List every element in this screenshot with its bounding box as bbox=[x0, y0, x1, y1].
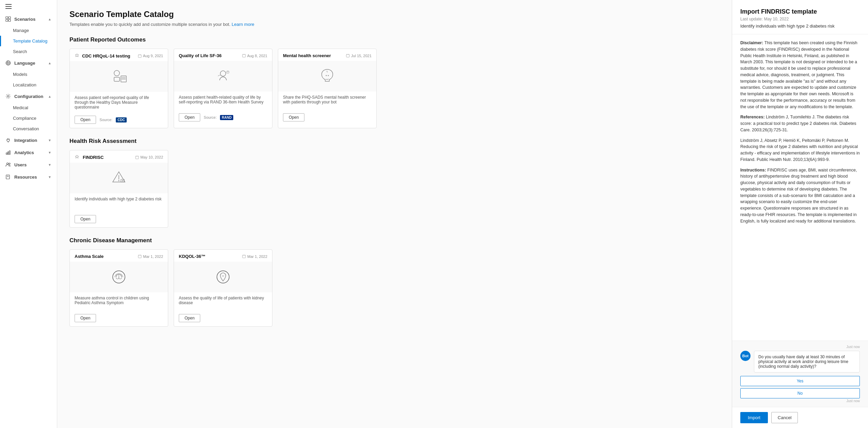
page-subtitle: Templates enable you to quickly add and … bbox=[69, 22, 720, 27]
cdc-hrqol-title: CDC HRQoL-14 testing bbox=[82, 53, 135, 59]
asthma-desc: Measure asthma control in children using… bbox=[70, 292, 168, 311]
svg-rect-26 bbox=[242, 54, 246, 57]
sidebar-item-template-catalog[interactable]: Template Catalog bbox=[0, 36, 57, 46]
scenarios-label: Scenarios bbox=[14, 17, 35, 22]
chat-message: Do you usually have daily at least 30 mi… bbox=[754, 351, 860, 373]
sidebar-item-models[interactable]: Models bbox=[0, 69, 57, 80]
sidebar-item-localization[interactable]: Localization bbox=[0, 80, 57, 90]
configuration-label: Configuration bbox=[14, 94, 43, 99]
sidebar-item-users[interactable]: Users ▼ bbox=[0, 159, 57, 171]
scenarios-chevron: ▲ bbox=[48, 17, 51, 21]
sidebar-item-resources[interactable]: Resources ▼ bbox=[0, 171, 57, 183]
chat-timestamp-top: Just now bbox=[740, 345, 860, 349]
asthma-date: Mar 1, 2022 bbox=[138, 254, 163, 259]
svg-rect-11 bbox=[9, 151, 10, 154]
resources-chevron: ▼ bbox=[48, 175, 51, 179]
sidebar-item-analytics[interactable]: Analytics ▼ bbox=[0, 146, 57, 159]
language-chevron: ▲ bbox=[48, 61, 51, 65]
asthma-open-button[interactable]: Open bbox=[75, 314, 96, 322]
resources-label: Resources bbox=[14, 175, 37, 180]
svg-rect-3 bbox=[9, 19, 11, 21]
chat-area: Just now Bot Do you usually have daily a… bbox=[732, 341, 868, 407]
sidebar-item-conversation[interactable]: Conversation bbox=[0, 124, 57, 134]
svg-point-34 bbox=[326, 75, 327, 76]
sidebar-item-language[interactable]: Language ▲ bbox=[0, 57, 57, 69]
cdc-hrqol-icon bbox=[75, 53, 79, 59]
cdc-hrqol-date: Aug 9, 2021 bbox=[138, 54, 163, 58]
svg-rect-10 bbox=[8, 152, 9, 154]
svg-point-13 bbox=[9, 163, 10, 164]
svg-rect-43 bbox=[138, 255, 141, 258]
findrisc-icon-area bbox=[70, 163, 168, 193]
configuration-chevron: ▲ bbox=[48, 95, 51, 98]
kdqol-open-button[interactable]: Open bbox=[179, 314, 200, 322]
asthma-title: Asthma Scale bbox=[75, 254, 135, 259]
kdqol-icon-area bbox=[174, 262, 272, 292]
chat-yes-button[interactable]: Yes bbox=[740, 376, 860, 386]
sidebar: Scenarios ▲ Manage Template Catalog Sear… bbox=[0, 0, 57, 428]
learn-more-link[interactable]: Learn more bbox=[232, 22, 254, 27]
sidebar-item-manage[interactable]: Manage bbox=[0, 25, 57, 36]
mental-health-footer: Open bbox=[278, 111, 376, 126]
hamburger-icon bbox=[5, 4, 51, 9]
card-cdc-hrqol: CDC HRQoL-14 testing Aug 9, 2021 Assess … bbox=[69, 49, 168, 128]
mental-health-title: Mental health screener bbox=[283, 53, 343, 58]
svg-rect-48 bbox=[242, 255, 246, 258]
mental-health-desc: Share the PHQ-SADS mental health screene… bbox=[278, 92, 376, 111]
cdc-source-badge: CDC bbox=[116, 117, 127, 122]
cdc-hrqol-open-button[interactable]: Open bbox=[75, 116, 96, 124]
sidebar-item-search[interactable]: Search bbox=[0, 46, 57, 57]
page-title: Scenario Template Catalog bbox=[69, 10, 720, 19]
svg-rect-1 bbox=[9, 17, 11, 19]
card-findrisc: FINDRISC May 10, 2022 Identify individua… bbox=[69, 150, 168, 228]
svg-point-12 bbox=[7, 163, 9, 165]
mental-health-icon-area bbox=[278, 61, 376, 92]
right-panel-title: Import FINDRISC template bbox=[740, 8, 860, 15]
asthma-footer: Open bbox=[70, 311, 168, 326]
findrisc-open-button[interactable]: Open bbox=[75, 215, 96, 223]
users-icon bbox=[5, 162, 11, 167]
cdc-hrqol-icon-area bbox=[70, 61, 168, 92]
asthma-icon-area bbox=[70, 262, 168, 292]
cancel-button[interactable]: Cancel bbox=[771, 412, 798, 423]
quality-of-life-title: Quality of Life SF-36 bbox=[179, 53, 239, 58]
globe-icon bbox=[5, 60, 11, 66]
svg-rect-22 bbox=[121, 76, 126, 82]
sidebar-item-medical[interactable]: Medical bbox=[0, 102, 57, 113]
svg-point-29 bbox=[220, 71, 226, 76]
users-label: Users bbox=[14, 162, 27, 167]
chat-timestamp-bottom: Just now bbox=[740, 399, 860, 403]
findrisc-footer: Open bbox=[70, 212, 168, 227]
findrisc-title: FINDRISC bbox=[83, 155, 132, 160]
sidebar-item-configuration[interactable]: Configuration ▲ bbox=[0, 90, 57, 102]
quality-of-life-footer: Open Source: RAND bbox=[174, 111, 272, 126]
cdc-hrqol-footer: Open Source: CDC bbox=[70, 113, 168, 128]
right-panel: Import FINDRISC template Last update: Ma… bbox=[732, 0, 868, 428]
analytics-label: Analytics bbox=[14, 150, 34, 155]
integration-chevron: ▼ bbox=[48, 138, 51, 142]
rand-source-badge: RAND bbox=[220, 115, 233, 120]
svg-rect-0 bbox=[6, 17, 8, 19]
svg-rect-31 bbox=[346, 54, 349, 57]
sidebar-item-integration[interactable]: Integration ▼ bbox=[0, 134, 57, 146]
quality-of-life-date: Aug 8, 2021 bbox=[242, 54, 267, 58]
import-button[interactable]: Import bbox=[740, 412, 768, 423]
right-panel-body: Disclaimer: This template has been creat… bbox=[732, 34, 868, 341]
hamburger-button[interactable] bbox=[0, 0, 57, 13]
sidebar-item-scenarios[interactable]: Scenarios ▲ bbox=[0, 13, 57, 25]
svg-point-35 bbox=[328, 75, 329, 76]
quality-of-life-desc: Assess patient health-related quality of… bbox=[174, 92, 272, 111]
kdqol-title: KDQOL-36™ bbox=[179, 254, 239, 259]
mental-health-open-button[interactable]: Open bbox=[283, 113, 304, 121]
section-health-risk: Health Risk Assessment bbox=[69, 138, 720, 145]
svg-point-20 bbox=[114, 70, 120, 76]
sidebar-item-compliance[interactable]: Compliance bbox=[0, 113, 57, 124]
chat-no-button[interactable]: No bbox=[740, 388, 860, 398]
quality-of-life-open-button[interactable]: Open bbox=[179, 113, 200, 121]
scenarios-icon bbox=[5, 16, 11, 22]
main-content: Scenario Template Catalog Templates enab… bbox=[57, 0, 732, 428]
right-panel-header: Import FINDRISC template Last update: Ma… bbox=[732, 0, 868, 34]
findrisc-date: May 10, 2022 bbox=[135, 155, 163, 159]
chat-bubble: Bot Do you usually have daily at least 3… bbox=[740, 351, 860, 373]
references-paragraph: References: Lindström J, Tuomilehto J. T… bbox=[740, 114, 860, 133]
